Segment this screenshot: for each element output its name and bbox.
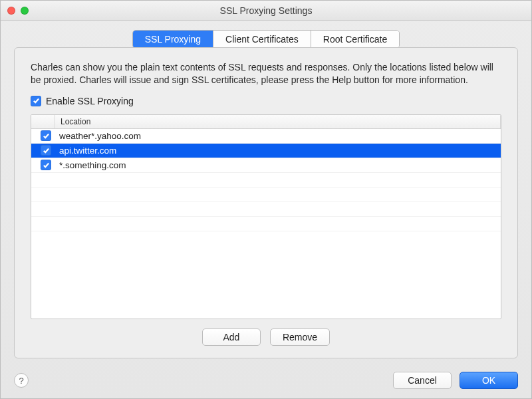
panel-description: Charles can show you the plain text cont… [31, 61, 501, 86]
enable-ssl-proxying-row[interactable]: Enable SSL Proxying [31, 96, 501, 106]
row-checkbox[interactable] [41, 160, 51, 170]
table-row-empty [31, 217, 501, 231]
table-row-empty [31, 188, 501, 202]
row-checkbox[interactable] [41, 130, 51, 141]
tab-ssl-proxying[interactable]: SSL Proxying [133, 31, 213, 48]
row-location: weather*.yahoo.com [55, 131, 495, 141]
settings-window: SSL Proxying Settings SSL Proxying Clien… [0, 0, 532, 399]
tab-root-certificate[interactable]: Root Certificate [311, 31, 399, 48]
tab-client-certificates[interactable]: Client Certificates [213, 31, 311, 48]
add-button[interactable]: Add [202, 329, 261, 346]
titlebar: SSL Proxying Settings [1, 1, 531, 21]
table-header: Location [31, 115, 501, 129]
content-area: SSL Proxying Client Certificates Root Ce… [1, 21, 531, 368]
dialog-footer: ? Cancel OK [1, 368, 531, 398]
row-checkbox[interactable] [41, 145, 51, 156]
row-location: api.twitter.com [55, 146, 495, 156]
column-location[interactable]: Location [55, 115, 501, 128]
enable-ssl-proxying-label: Enable SSL Proxying [46, 96, 134, 106]
row-location: *.something.com [55, 160, 495, 170]
check-icon [43, 147, 50, 154]
ssl-proxying-panel: Charles can show you the plain text cont… [14, 47, 518, 358]
table-row[interactable]: api.twitter.com [31, 144, 501, 158]
table-row-empty [31, 202, 501, 217]
cancel-button[interactable]: Cancel [393, 372, 452, 389]
enable-ssl-proxying-checkbox[interactable] [31, 96, 41, 106]
table-row[interactable]: weather*.yahoo.com [31, 129, 501, 144]
window-title: SSL Proxying Settings [1, 5, 531, 16]
table-row[interactable]: *.something.com [31, 158, 501, 173]
locations-table: Location weather*.yahoo.com api.twitter.… [31, 114, 501, 319]
remove-button[interactable]: Remove [270, 329, 330, 346]
tab-bar: SSL Proxying Client Certificates Root Ce… [132, 30, 400, 49]
help-button[interactable]: ? [14, 373, 29, 388]
check-icon [33, 97, 40, 104]
table-body: weather*.yahoo.com api.twitter.com *.som… [31, 129, 501, 319]
ok-button[interactable]: OK [460, 372, 518, 389]
check-icon [43, 162, 50, 169]
column-check [31, 115, 55, 128]
table-row-empty [31, 173, 501, 188]
check-icon [43, 132, 50, 140]
table-button-row: Add Remove [31, 329, 501, 346]
